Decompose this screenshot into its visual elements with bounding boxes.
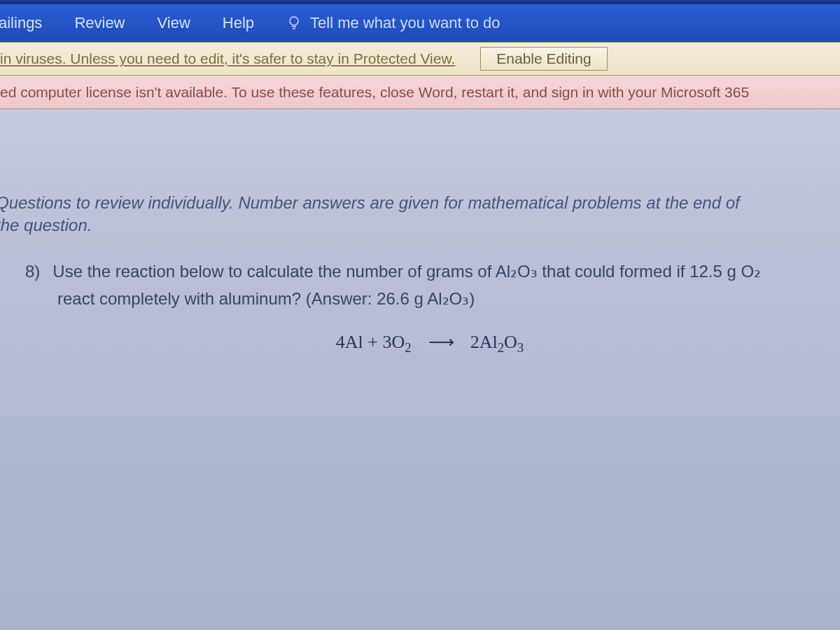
tab-mailings[interactable]: ailings — [0, 10, 45, 36]
tell-me-search[interactable]: Tell me what you want to do — [288, 14, 500, 32]
intro-text: Questions to review individually. Number… — [0, 192, 840, 237]
tab-help[interactable]: Help — [220, 10, 257, 36]
reaction-arrow-icon: ⟶ — [428, 328, 453, 356]
license-warning-message: ed computer license isn't available. To … — [0, 84, 749, 101]
license-warning-bar: ed computer license isn't available. To … — [0, 76, 840, 109]
intro-line-1: Questions to review individually. Number… — [0, 193, 740, 212]
question-text-line-2: react completely with aluminum? (Answer:… — [57, 286, 834, 312]
question-text-line-1: Use the reaction below to calculate the … — [52, 262, 761, 281]
tell-me-label: Tell me what you want to do — [310, 14, 500, 32]
tab-review[interactable]: Review — [71, 10, 127, 36]
chemical-equation: 4Al + 3O2 ⟶ 2Al2O3 — [25, 328, 834, 358]
equation-products: 2Al2O3 — [470, 332, 524, 352]
document-body: Questions to review individually. Number… — [0, 109, 840, 630]
svg-point-0 — [290, 17, 298, 25]
ribbon-tabs-bar: ailings Review View Help Tell me what yo… — [0, 4, 840, 42]
question-number: 8) — [25, 258, 40, 284]
intro-line-2: the question. — [0, 216, 92, 234]
equation-reactants: 4Al + 3O2 — [336, 332, 412, 352]
tab-view[interactable]: View — [155, 10, 193, 36]
lightbulb-icon — [288, 15, 300, 31]
question-8: 8)Use the reaction below to calculate th… — [0, 258, 840, 358]
protected-view-bar: in viruses. Unless you need to edit, it'… — [0, 42, 840, 76]
enable-editing-button[interactable]: Enable Editing — [480, 47, 607, 71]
protected-view-message: in viruses. Unless you need to edit, it'… — [0, 50, 455, 67]
